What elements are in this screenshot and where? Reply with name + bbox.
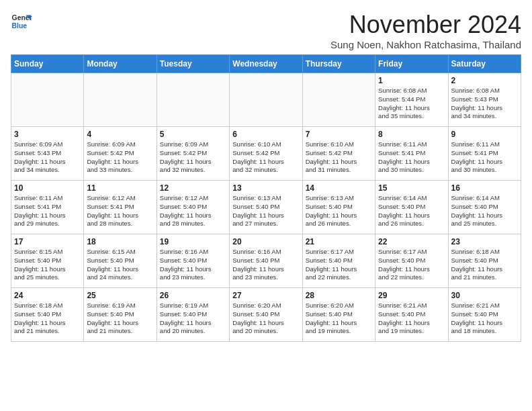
- col-header-thursday: Thursday: [302, 55, 375, 73]
- calendar-cell: 10Sunrise: 6:11 AM Sunset: 5:41 PM Dayli…: [11, 181, 84, 234]
- calendar-cell: [157, 73, 229, 127]
- col-header-saturday: Saturday: [448, 55, 521, 73]
- day-number: 10: [14, 183, 81, 193]
- day-info: Sunrise: 6:15 AM Sunset: 5:40 PM Dayligh…: [87, 248, 153, 282]
- day-number: 5: [160, 130, 226, 139]
- day-number: 3: [14, 130, 81, 139]
- calendar-cell: 21Sunrise: 6:17 AM Sunset: 5:40 PM Dayli…: [302, 234, 375, 288]
- col-header-monday: Monday: [84, 55, 157, 73]
- calendar-header-row: SundayMondayTuesdayWednesdayThursdayFrid…: [11, 55, 521, 73]
- calendar-cell: 4Sunrise: 6:09 AM Sunset: 5:42 PM Daylig…: [84, 127, 157, 181]
- calendar-cell: 27Sunrise: 6:20 AM Sunset: 5:40 PM Dayli…: [230, 288, 302, 342]
- logo: General Blue: [11, 11, 32, 32]
- day-number: 1: [378, 76, 445, 85]
- calendar-cell: 14Sunrise: 6:13 AM Sunset: 5:40 PM Dayli…: [302, 181, 375, 234]
- calendar-cell: [230, 73, 302, 127]
- day-number: 30: [451, 291, 518, 300]
- calendar-cell: 18Sunrise: 6:15 AM Sunset: 5:40 PM Dayli…: [84, 234, 157, 288]
- day-number: 27: [232, 291, 299, 300]
- calendar-cell: 25Sunrise: 6:19 AM Sunset: 5:40 PM Dayli…: [84, 288, 157, 342]
- day-number: 20: [232, 237, 299, 246]
- calendar-cell: 23Sunrise: 6:18 AM Sunset: 5:40 PM Dayli…: [448, 234, 521, 288]
- day-info: Sunrise: 6:10 AM Sunset: 5:42 PM Dayligh…: [306, 140, 372, 175]
- month-title: November 2024: [330, 11, 521, 39]
- day-number: 18: [87, 237, 153, 246]
- calendar-cell: 17Sunrise: 6:15 AM Sunset: 5:40 PM Dayli…: [11, 234, 84, 288]
- day-info: Sunrise: 6:14 AM Sunset: 5:40 PM Dayligh…: [451, 194, 518, 228]
- day-info: Sunrise: 6:11 AM Sunset: 5:41 PM Dayligh…: [451, 140, 518, 175]
- day-info: Sunrise: 6:08 AM Sunset: 5:43 PM Dayligh…: [451, 87, 518, 121]
- col-header-tuesday: Tuesday: [157, 55, 229, 73]
- day-number: 6: [232, 130, 299, 139]
- day-number: 19: [160, 237, 226, 246]
- day-number: 11: [87, 183, 153, 193]
- calendar-cell: 12Sunrise: 6:12 AM Sunset: 5:40 PM Dayli…: [157, 181, 229, 234]
- day-info: Sunrise: 6:20 AM Sunset: 5:40 PM Dayligh…: [306, 302, 372, 336]
- day-number: 24: [14, 291, 81, 300]
- day-info: Sunrise: 6:18 AM Sunset: 5:40 PM Dayligh…: [451, 248, 518, 282]
- day-info: Sunrise: 6:11 AM Sunset: 5:41 PM Dayligh…: [378, 140, 445, 175]
- day-number: 17: [14, 237, 81, 246]
- day-number: 25: [87, 291, 153, 300]
- calendar-week-3: 10Sunrise: 6:11 AM Sunset: 5:41 PM Dayli…: [11, 181, 521, 234]
- day-number: 4: [87, 130, 153, 139]
- day-info: Sunrise: 6:21 AM Sunset: 5:40 PM Dayligh…: [451, 302, 518, 336]
- calendar-cell: 1Sunrise: 6:08 AM Sunset: 5:44 PM Daylig…: [375, 73, 448, 127]
- day-number: 8: [378, 130, 445, 139]
- col-header-friday: Friday: [375, 55, 448, 73]
- day-number: 26: [160, 291, 226, 300]
- calendar-cell: [84, 73, 157, 127]
- day-number: 14: [306, 183, 372, 193]
- day-number: 15: [378, 183, 445, 193]
- day-info: Sunrise: 6:14 AM Sunset: 5:40 PM Dayligh…: [378, 194, 445, 228]
- calendar-cell: 13Sunrise: 6:13 AM Sunset: 5:40 PM Dayli…: [230, 181, 302, 234]
- day-number: 9: [451, 130, 518, 139]
- calendar-cell: [302, 73, 375, 127]
- day-info: Sunrise: 6:12 AM Sunset: 5:40 PM Dayligh…: [160, 194, 226, 228]
- calendar-cell: 2Sunrise: 6:08 AM Sunset: 5:43 PM Daylig…: [448, 73, 521, 127]
- day-info: Sunrise: 6:12 AM Sunset: 5:41 PM Dayligh…: [87, 194, 153, 228]
- calendar-cell: 5Sunrise: 6:09 AM Sunset: 5:42 PM Daylig…: [157, 127, 229, 181]
- day-info: Sunrise: 6:21 AM Sunset: 5:40 PM Dayligh…: [378, 302, 445, 336]
- calendar-cell: 22Sunrise: 6:17 AM Sunset: 5:40 PM Dayli…: [375, 234, 448, 288]
- calendar-table: SundayMondayTuesdayWednesdayThursdayFrid…: [11, 54, 521, 342]
- day-info: Sunrise: 6:09 AM Sunset: 5:42 PM Dayligh…: [87, 140, 153, 175]
- col-header-wednesday: Wednesday: [230, 55, 302, 73]
- logo-icon: General Blue: [11, 11, 32, 32]
- day-info: Sunrise: 6:19 AM Sunset: 5:40 PM Dayligh…: [87, 302, 153, 336]
- day-number: 16: [451, 183, 518, 193]
- day-number: 23: [451, 237, 518, 246]
- calendar-cell: 24Sunrise: 6:18 AM Sunset: 5:40 PM Dayli…: [11, 288, 84, 342]
- day-info: Sunrise: 6:09 AM Sunset: 5:43 PM Dayligh…: [14, 140, 81, 175]
- calendar-cell: [11, 73, 84, 127]
- calendar-cell: 20Sunrise: 6:16 AM Sunset: 5:40 PM Dayli…: [230, 234, 302, 288]
- calendar-cell: 28Sunrise: 6:20 AM Sunset: 5:40 PM Dayli…: [302, 288, 375, 342]
- svg-text:Blue: Blue: [12, 22, 28, 30]
- day-number: 12: [160, 183, 226, 193]
- day-number: 2: [451, 76, 518, 85]
- day-info: Sunrise: 6:11 AM Sunset: 5:41 PM Dayligh…: [14, 194, 81, 228]
- calendar-cell: 30Sunrise: 6:21 AM Sunset: 5:40 PM Dayli…: [448, 288, 521, 342]
- calendar-cell: 15Sunrise: 6:14 AM Sunset: 5:40 PM Dayli…: [375, 181, 448, 234]
- calendar-week-2: 3Sunrise: 6:09 AM Sunset: 5:43 PM Daylig…: [11, 127, 521, 181]
- day-number: 29: [378, 291, 445, 300]
- calendar-cell: 7Sunrise: 6:10 AM Sunset: 5:42 PM Daylig…: [302, 127, 375, 181]
- title-block: November 2024 Sung Noen, Nakhon Ratchasi…: [330, 11, 521, 50]
- day-info: Sunrise: 6:09 AM Sunset: 5:42 PM Dayligh…: [160, 140, 226, 175]
- day-info: Sunrise: 6:17 AM Sunset: 5:40 PM Dayligh…: [378, 248, 445, 282]
- day-info: Sunrise: 6:17 AM Sunset: 5:40 PM Dayligh…: [306, 248, 372, 282]
- calendar-cell: 9Sunrise: 6:11 AM Sunset: 5:41 PM Daylig…: [448, 127, 521, 181]
- calendar-cell: 19Sunrise: 6:16 AM Sunset: 5:40 PM Dayli…: [157, 234, 229, 288]
- calendar-cell: 6Sunrise: 6:10 AM Sunset: 5:42 PM Daylig…: [230, 127, 302, 181]
- col-header-sunday: Sunday: [11, 55, 84, 73]
- calendar-cell: 11Sunrise: 6:12 AM Sunset: 5:41 PM Dayli…: [84, 181, 157, 234]
- day-number: 13: [232, 183, 299, 193]
- calendar-cell: 29Sunrise: 6:21 AM Sunset: 5:40 PM Dayli…: [375, 288, 448, 342]
- day-info: Sunrise: 6:20 AM Sunset: 5:40 PM Dayligh…: [232, 302, 299, 336]
- location-subtitle: Sung Noen, Nakhon Ratchasima, Thailand: [330, 39, 521, 50]
- day-info: Sunrise: 6:13 AM Sunset: 5:40 PM Dayligh…: [306, 194, 372, 228]
- day-info: Sunrise: 6:08 AM Sunset: 5:44 PM Dayligh…: [378, 87, 445, 121]
- day-info: Sunrise: 6:13 AM Sunset: 5:40 PM Dayligh…: [232, 194, 299, 228]
- calendar-week-5: 24Sunrise: 6:18 AM Sunset: 5:40 PM Dayli…: [11, 288, 521, 342]
- day-info: Sunrise: 6:16 AM Sunset: 5:40 PM Dayligh…: [232, 248, 299, 282]
